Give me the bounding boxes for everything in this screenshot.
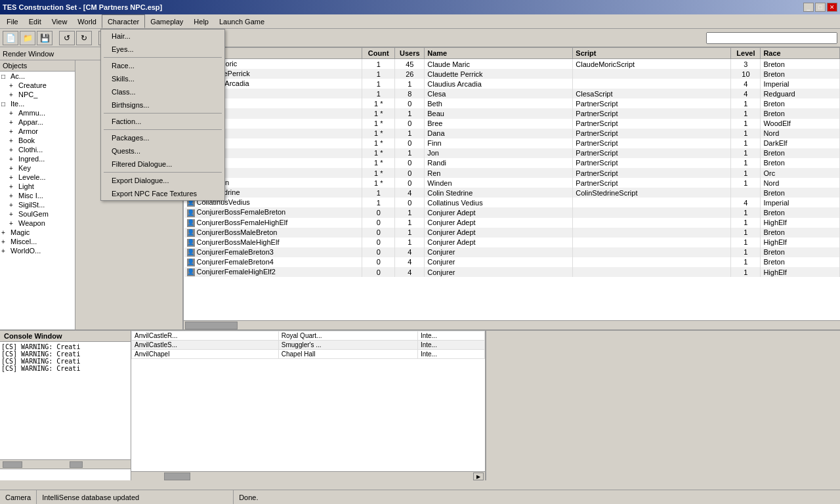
npc-row-8[interactable]: 👤cmFinn 1 * 0 Finn PartnerScript 1 DarkE…	[184, 138, 840, 148]
npc-row-2[interactable]: 👤ClaudiusArcadia 1 1 Claudius Arcadia 4 …	[184, 79, 840, 89]
npc-row-14[interactable]: 👤CollatinusVedius 1 0 Collatinus Vedius …	[184, 198, 840, 207]
tree-item-weapon[interactable]: +Weapon	[0, 219, 75, 228]
menu-birthsigns[interactable]: Birthsigns...	[101, 98, 224, 112]
tree-item-book[interactable]: +Book	[0, 136, 75, 145]
toolbar-redo-button[interactable]: ↻	[76, 31, 92, 45]
tree-label-actors: Ac...	[10, 72, 25, 80]
menu-hair[interactable]: Hair...	[101, 30, 224, 43]
npc-row-16[interactable]: 👤ConjurerBossFemaleHighElf 0 1 Conjurer …	[184, 218, 840, 228]
npc-table-body: 👤ClaudeMoric 1 45 Claude Maric ClaudeMor…	[184, 59, 840, 278]
console-text-input[interactable]	[3, 470, 128, 480]
menu-quests[interactable]: Quests...	[101, 144, 224, 158]
console-input[interactable]	[0, 469, 131, 480]
tree-item-creature[interactable]: + Creature	[0, 81, 75, 90]
menu-eyes[interactable]: Eyes...	[101, 43, 224, 56]
col-header-race[interactable]: Race	[761, 48, 840, 59]
col-header-name[interactable]: Name	[425, 48, 573, 59]
col-header-count[interactable]: Count	[362, 48, 395, 59]
tree-item-sigil[interactable]: +SigilSt...	[0, 200, 75, 209]
menu-export-dialogue[interactable]: Export Dialogue...	[101, 174, 224, 187]
tree-item-npc[interactable]: + NPC_	[0, 90, 75, 99]
table-hscrollbar[interactable]	[184, 320, 840, 329]
npc-row-19[interactable]: 👤ConjurerFemaleBreton3 0 4 Conjurer 1 Br…	[184, 247, 840, 257]
tree-item-ammo[interactable]: +Ammu...	[0, 108, 75, 117]
menu-packages[interactable]: Packages...	[101, 131, 224, 144]
menu-edit[interactable]: Edit	[24, 14, 47, 28]
npc-row-0[interactable]: 👤ClaudeMoric 1 45 Claude Maric ClaudeMor…	[184, 59, 840, 70]
npc-row-20[interactable]: 👤ConjurerFemaleBreton4 0 4 Conjurer 1 Br…	[184, 257, 840, 267]
tree-item-misc[interactable]: +Misc I...	[0, 191, 75, 200]
menu-world[interactable]: World	[72, 14, 102, 28]
npc-row-3[interactable]: 👤Clesa 1 8 Clesa ClesaScript 4 Redguard	[184, 89, 840, 98]
console-hscrollbar-thumb[interactable]	[3, 461, 22, 468]
location-scroll-right[interactable]: ▶	[473, 472, 484, 480]
tree-item-apparatus[interactable]: +Appar...	[0, 117, 75, 127]
tree-item-clothing[interactable]: +Clothi...	[0, 145, 75, 154]
title-text: TES Construction Set - [CM Partners NPC.…	[3, 3, 162, 11]
location-row-2[interactable]: AnvilCastleS... Smuggler's ... Inte...	[132, 341, 485, 350]
npc-row-11[interactable]: 👤cmRen 1 * 0 Ren PartnerScript 1 Orc	[184, 168, 840, 178]
location-hscrollbar-thumb[interactable]	[164, 472, 190, 480]
tree-item-key[interactable]: +Key	[0, 163, 75, 173]
toolbar-save-button[interactable]: 💾	[37, 31, 52, 45]
col-header-users[interactable]: Users	[395, 48, 425, 59]
menu-separator-4	[104, 172, 222, 173]
toolbar-open-button[interactable]: 📁	[20, 31, 35, 45]
tree-item-misc2[interactable]: +Miscel...	[0, 237, 75, 246]
npc-row-9[interactable]: 👤cmJon 1 * 1 Jon PartnerScript 1 Breton	[184, 148, 840, 158]
npc-row-10[interactable]: 👤cmRandi 1 * 0 Randi PartnerScript 1 Bre…	[184, 158, 840, 168]
col-header-level[interactable]: Level	[731, 48, 761, 59]
menu-class[interactable]: Class...	[101, 85, 224, 98]
menu-export-npc-face[interactable]: Export NPC Face Textures	[101, 187, 224, 200]
col-header-script[interactable]: Script	[573, 48, 731, 59]
menu-skills[interactable]: Skills...	[101, 72, 224, 85]
maximize-button[interactable]: □	[815, 3, 826, 12]
tree-item-items[interactable]: □ Ite...	[0, 99, 75, 108]
location-row-1[interactable]: AnvilCastleR... Royal Quart... Inte...	[132, 331, 485, 341]
location-row-3[interactable]: AnvilChapel Chapel Hall Inte...	[132, 350, 485, 359]
menu-gameplay[interactable]: Gameplay	[145, 14, 188, 28]
menu-race[interactable]: Race...	[101, 59, 224, 72]
console-line-4: [CS] WARNING: Creati	[1, 365, 129, 372]
toolbar-undo-button[interactable]: ↺	[59, 31, 75, 45]
npc-row-13[interactable]: 👤ColinStedrine 1 4 Colin Stedrine ColinS…	[184, 188, 840, 198]
npc-row-1[interactable]: 👤ClaudettePerrick 1 26 Claudette Perrick…	[184, 69, 840, 79]
tree-item-armor[interactable]: +Armor	[0, 127, 75, 136]
npc-row-12[interactable]: 👤cmwinden 1 * 0 Winden PartnerScript 1 N…	[184, 178, 840, 188]
status-intellisense: IntelliSense database updated	[37, 490, 234, 504]
console-hscrollbar[interactable]	[0, 459, 131, 469]
tree-item-ingredient[interactable]: +Ingred...	[0, 154, 75, 163]
menu-file[interactable]: File	[1, 14, 24, 28]
npc-row-6[interactable]: 👤cmBree 1 * 0 Bree PartnerScript 1 WoodE…	[184, 119, 840, 129]
npc-row-7[interactable]: 👤cmDana 1 * 1 Dana PartnerScript 1 Nord	[184, 129, 840, 138]
right-bottom-panel	[486, 331, 840, 480]
npc-row-21[interactable]: 👤ConjurerFemaleHighElf2 0 4 Conjurer 1 H…	[184, 267, 840, 277]
npc-row-15[interactable]: 👤ConjurerBossFemaleBreton 0 1 Conjurer A…	[184, 207, 840, 217]
tree-label-creature: Creature	[18, 81, 47, 89]
menu-filtered-dialogue[interactable]: Filtered Dialogue...	[101, 158, 224, 171]
location-hscrollbar[interactable]: ▶	[131, 471, 485, 480]
table-hscrollbar-thumb[interactable]	[185, 322, 238, 329]
menu-character[interactable]: Character	[102, 14, 145, 28]
minimize-button[interactable]: _	[803, 3, 814, 12]
menu-separator-3	[104, 129, 222, 130]
filter-input[interactable]	[706, 32, 837, 44]
toolbar-new-button[interactable]: 📄	[3, 31, 18, 45]
npc-row-17[interactable]: 👤ConjurerBossMaleBreton 0 1 Conjurer Ade…	[184, 228, 840, 238]
tree-item-light[interactable]: +Light	[0, 182, 75, 191]
menu-launch-game[interactable]: Launch Game	[214, 14, 270, 28]
menu-view[interactable]: View	[47, 14, 73, 28]
tree-item-leveled[interactable]: +Levele...	[0, 173, 75, 182]
tree-item-soulgem[interactable]: +SoulGem	[0, 209, 75, 219]
tree-item-worldobj[interactable]: +WorldO...	[0, 246, 75, 255]
menu-faction[interactable]: Faction...	[101, 115, 224, 128]
tree-item-actors[interactable]: □ Ac...	[0, 72, 75, 81]
npc-row-5[interactable]: 👤cmBeau 1 * 1 Beau PartnerScript 1 Breto…	[184, 108, 840, 118]
close-button[interactable]: ✕	[827, 3, 837, 12]
menu-help[interactable]: Help	[188, 14, 214, 28]
tree-item-magic[interactable]: +Magic	[0, 228, 75, 237]
menu-separator-1	[104, 57, 222, 58]
npc-row-18[interactable]: 👤ConjurerBossMaleHighElf 0 1 Conjurer Ad…	[184, 238, 840, 247]
console-hscrollbar-indicator[interactable]	[70, 461, 83, 468]
npc-row-4[interactable]: 👤cmBeth 1 * 0 Beth PartnerScript 1 Breto…	[184, 98, 840, 108]
